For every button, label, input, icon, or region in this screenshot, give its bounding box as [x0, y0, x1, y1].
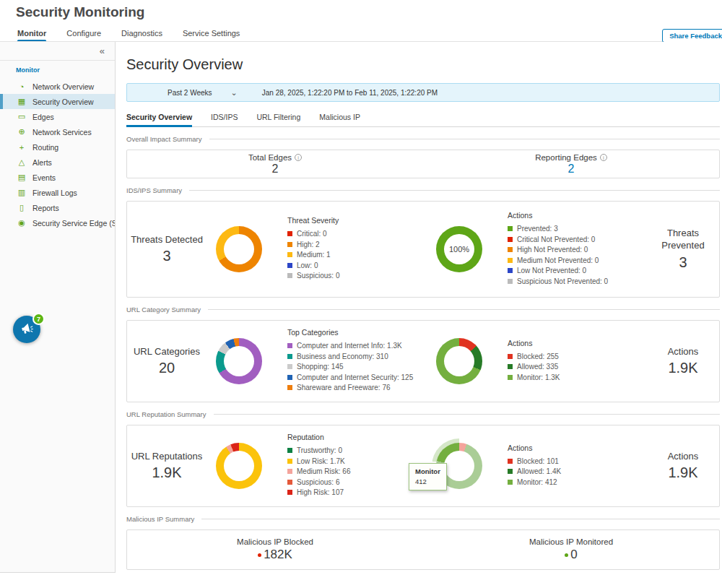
info-icon[interactable]: i — [600, 154, 607, 161]
section-divider — [214, 414, 720, 415]
legend-item: Suspicious: 6 — [287, 478, 427, 486]
legend-swatch — [287, 364, 292, 369]
legend-item: High Risk: 107 — [287, 488, 427, 496]
legend-swatch — [287, 459, 292, 464]
sub-tab-bar: Security Overview IDS/IPS URL Filtering … — [126, 113, 720, 127]
sidebar-item-routing[interactable]: + Routing — [0, 139, 115, 155]
hover-halo: Monitor 412 — [436, 443, 482, 489]
url-actions-legend: Actions Blocked: 255 Allowed: 335 Monito… — [492, 339, 647, 384]
total-edges-stat: Total Edgesi 2 — [127, 153, 423, 176]
feedback-count-badge: 7 — [32, 313, 45, 325]
legend-swatch — [508, 247, 513, 252]
section-label: Malicious IP Summary — [126, 515, 194, 523]
donut-hole — [444, 451, 474, 481]
reporting-edges-value[interactable]: 2 — [423, 163, 719, 176]
url-reputations-value: 1.9K — [127, 464, 206, 481]
legend-item: Computer and Internet Info: 1.3K — [287, 342, 427, 350]
megaphone-icon — [19, 321, 35, 339]
subtab-malicious-ip[interactable]: Malicious IP — [319, 113, 360, 126]
legend-item: Monitor: 412 — [508, 478, 647, 486]
chart-tooltip: Monitor 412 — [409, 463, 447, 490]
page-heading: Security Overview — [126, 56, 720, 73]
top-categories-donut[interactable] — [216, 338, 262, 384]
threats-detected-label: Threats Detected — [127, 234, 206, 246]
sidebar-item-label: Network Services — [32, 128, 92, 137]
malicious-ip-monitored-stat: Malicious IP Monitored 0 — [423, 537, 719, 562]
sidebar-item-edges[interactable]: ▭ Edges — [0, 109, 115, 124]
malicious-ip-monitored-value: 0 — [423, 548, 719, 562]
gauge-icon: ◔ — [17, 82, 26, 91]
threat-severity-donut[interactable] — [216, 226, 262, 272]
threats-prevented-value: 3 — [647, 254, 719, 271]
malicious-ip-blocked-stat: Malicious IP Blocked 182K — [127, 537, 423, 562]
reputation-actions-stat: Actions 1.9K — [647, 451, 719, 482]
legend-swatch — [287, 354, 292, 359]
overall-impact-card: Total Edgesi 2 Reporting Edgesi 2 — [126, 150, 720, 178]
url-categories-stat: URL Categories 20 — [127, 346, 206, 377]
sidebar-item-alerts[interactable]: △ Alerts — [0, 155, 115, 170]
legend-swatch — [508, 237, 513, 242]
alert-triangle-icon: △ — [17, 157, 26, 167]
feedback-fab-button[interactable]: 7 — [13, 316, 40, 343]
reputation-donut-cell — [206, 443, 271, 489]
sidebar-item-reports[interactable]: ▯ Reports — [0, 200, 115, 215]
date-range-text: Jan 28, 2025, 1:22:20 PM to Feb 11, 2025… — [262, 89, 438, 97]
info-icon[interactable]: i — [295, 154, 302, 161]
document-icon: ▯ — [17, 203, 26, 212]
top-categories-legend: Top Categories Computer and Internet Inf… — [271, 328, 427, 394]
malicious-ip-blocked-label: Malicious IP Blocked — [127, 537, 423, 546]
legend-swatch — [287, 273, 292, 278]
legend-swatch — [287, 490, 292, 495]
subtab-security-overview[interactable]: Security Overview — [126, 113, 192, 127]
reputation-actions-legend: Actions Blocked: 101 Allowed: 1.4K Monit… — [492, 444, 647, 489]
routing-icon: + — [17, 143, 26, 152]
section-divider — [209, 139, 720, 139]
blocked-dot-icon — [258, 553, 261, 557]
url-reputation-card: URL Reputations 1.9K Reputation Trustwor… — [126, 425, 720, 507]
legend-swatch — [508, 459, 513, 464]
reputation-actions-label: Actions — [647, 451, 719, 463]
subtab-ids-ips[interactable]: IDS/IPS — [211, 113, 238, 126]
log-grid-icon: ▥ — [17, 188, 26, 197]
section-ids-ips: IDS/IPS Summary — [126, 186, 720, 194]
total-edges-value: 2 — [127, 163, 423, 176]
legend-item: High Not Prevented: 0 — [508, 246, 647, 254]
section-label: Overall Impact Summary — [126, 135, 202, 143]
sidebar-item-security-overview[interactable]: ▦ Security Overview — [0, 94, 115, 109]
sidebar-item-label: Security Overview — [32, 98, 94, 106]
main-content: Security Overview Past 2 Weeks ⌄ Jan 28,… — [116, 42, 722, 588]
tooltip-label: Monitor — [415, 467, 440, 477]
reporting-edges-label: Reporting Edgesi — [423, 153, 719, 162]
subtab-url-filtering[interactable]: URL Filtering — [256, 113, 300, 126]
section-divider — [201, 519, 720, 519]
ids-actions-donut[interactable]: 100% — [436, 226, 482, 272]
section-url-reputation: URL Reputation Summary — [126, 410, 720, 418]
sidebar-item-label: Edges — [32, 113, 54, 121]
url-categories-label: URL Categories — [127, 346, 206, 358]
legend-item: Shopping: 145 — [287, 363, 427, 371]
sidebar-item-events[interactable]: ▤ Events — [0, 170, 115, 185]
reputation-actions-value: 1.9K — [647, 464, 719, 481]
share-feedback-button[interactable]: Share Feedback — [662, 29, 722, 43]
section-label: IDS/IPS Summary — [126, 186, 182, 194]
legend-item: High: 2 — [287, 241, 427, 248]
url-actions-donut[interactable] — [436, 338, 482, 384]
reputation-donut[interactable] — [216, 443, 262, 489]
sidebar-collapse-button[interactable]: « — [0, 42, 115, 61]
legend-swatch — [508, 375, 513, 380]
sidebar-item-network-overview[interactable]: ◔ Network Overview — [0, 79, 115, 94]
ids-ips-card: Threats Detected 3 Threat Severity Criti… — [126, 201, 720, 298]
sidebar-item-network-services[interactable]: ⊕ Network Services — [0, 124, 115, 139]
section-label: URL Category Summary — [126, 306, 201, 314]
section-overall-impact: Overall Impact Summary — [126, 135, 720, 143]
sidebar-item-security-service-edge[interactable]: ◉ Security Service Edge (S... — [0, 215, 115, 230]
sidebar-section-label: Monitor — [0, 61, 115, 79]
grid-icon: ▦ — [17, 97, 26, 106]
sidebar-item-firewall-logs[interactable]: ▥ Firewall Logs — [0, 185, 115, 200]
legend-swatch — [287, 343, 292, 348]
legend-item: Low Risk: 1.7K — [287, 457, 427, 465]
date-range-dropdown[interactable]: Past 2 Weeks ⌄ — [127, 88, 238, 98]
url-category-card: URL Categories 20 Top Categories Compute… — [126, 320, 720, 402]
reputation-legend: Reputation Trustworthy: 0 Low Risk: 1.7K… — [271, 433, 427, 499]
legend-swatch — [508, 354, 513, 359]
